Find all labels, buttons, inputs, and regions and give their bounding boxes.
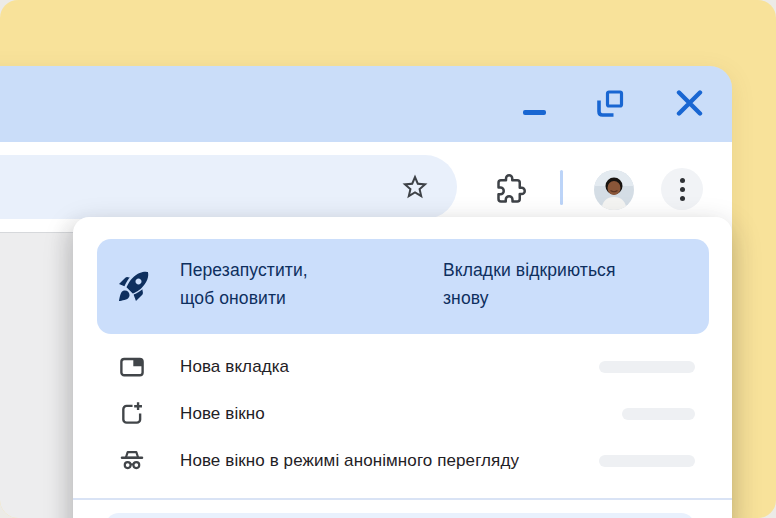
menu-item-new-tab[interactable]: Нова вкладка <box>73 343 732 390</box>
close-button[interactable] <box>676 89 703 117</box>
menu-divider <box>73 498 732 500</box>
menu-button[interactable] <box>661 168 703 210</box>
promo-card: Перезапустити, щоб оновити Вкладки відкр… <box>0 0 776 518</box>
menu-list: Нова вкладка Нове вікно <box>73 343 732 484</box>
close-icon <box>676 89 703 117</box>
address-bar[interactable] <box>0 155 457 219</box>
menu-item-incognito[interactable]: Нове вікно в режимі анонімного перегляду <box>73 437 732 484</box>
menu-item-label: Нове вікно <box>180 404 265 424</box>
update-banner[interactable]: Перезапустити, щоб оновити Вкладки відкр… <box>97 239 709 334</box>
banner-subtitle: Вкладки відкриються знову <box>443 256 616 312</box>
toolbar-divider <box>560 170 563 205</box>
bookmark-star-icon[interactable] <box>400 172 430 202</box>
restore-button[interactable] <box>597 90 624 117</box>
incognito-icon <box>119 448 145 474</box>
new-tab-icon <box>119 354 145 380</box>
shortcut-placeholder <box>599 455 695 467</box>
profile-avatar[interactable] <box>594 170 634 210</box>
banner-title-line2: щоб оновити <box>180 284 308 312</box>
kebab-menu-icon <box>680 178 685 201</box>
next-section-card[interactable] <box>105 513 695 518</box>
minimize-button[interactable] <box>523 110 546 115</box>
extensions-puzzle-icon[interactable] <box>496 174 526 204</box>
banner-title: Перезапустити, щоб оновити <box>180 256 308 312</box>
banner-title-line1: Перезапустити, <box>180 256 308 284</box>
menu-item-new-window[interactable]: Нове вікно <box>73 390 732 437</box>
banner-subtitle-line1: Вкладки відкриються <box>443 256 616 284</box>
chrome-menu: Перезапустити, щоб оновити Вкладки відкр… <box>73 217 732 518</box>
rocket-icon <box>116 268 152 304</box>
new-window-icon <box>119 401 145 427</box>
restore-icon <box>597 90 624 117</box>
title-bar <box>0 66 732 142</box>
banner-subtitle-line2: знову <box>443 284 616 312</box>
shortcut-placeholder <box>622 408 695 420</box>
menu-item-label: Нова вкладка <box>180 357 289 377</box>
shortcut-placeholder <box>599 361 695 373</box>
menu-item-label: Нове вікно в режимі анонімного перегляду <box>180 451 519 471</box>
